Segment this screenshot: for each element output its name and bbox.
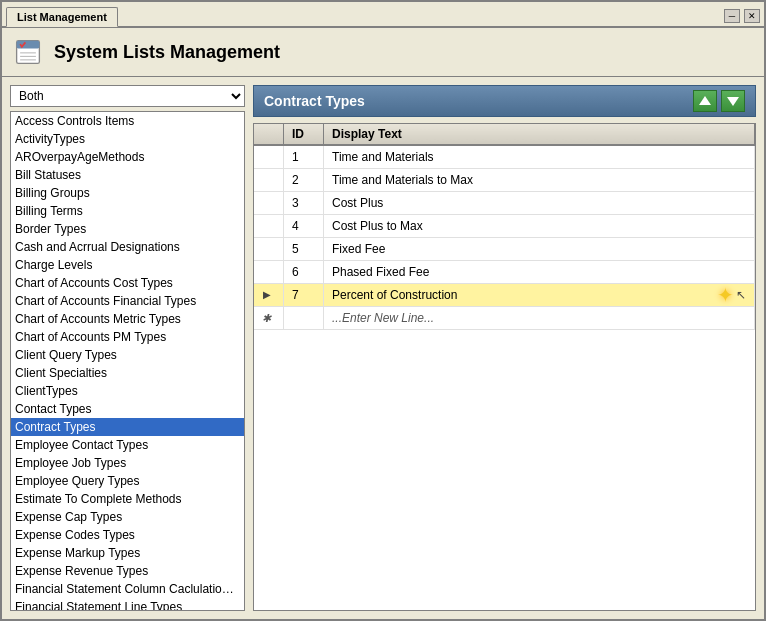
list-item[interactable]: AROverpayAgeMethods	[11, 148, 244, 166]
new-line-indicator: ✱	[254, 307, 284, 330]
up-arrow-icon	[698, 94, 712, 108]
list-item[interactable]: Cash and Acrrual Designations	[11, 238, 244, 256]
list-item[interactable]: Estimate To Complete Methods	[11, 490, 244, 508]
move-up-button[interactable]	[693, 90, 717, 112]
list-item[interactable]: Billing Terms	[11, 202, 244, 220]
data-table: ID Display Text 1 Time and Materials 2	[254, 124, 755, 330]
list-item[interactable]: ActivityTypes	[11, 130, 244, 148]
row-indicator	[254, 169, 284, 192]
left-panel: Both System User Access Controls Items A…	[10, 85, 245, 611]
header-area: System Lists Management	[2, 28, 764, 77]
row-indicator	[254, 145, 284, 169]
list-item[interactable]: Expense Revenue Types	[11, 562, 244, 580]
list-item[interactable]: Financial Statement Column Caclulation T…	[11, 580, 244, 598]
list-item[interactable]: Expense Cap Types	[11, 508, 244, 526]
row-display-text[interactable]: Time and Materials	[324, 145, 755, 169]
list-item[interactable]: Employee Query Types	[11, 472, 244, 490]
table-row-selected[interactable]: ▶ 7 Percent of Construction ✦ ↖	[254, 284, 755, 307]
row-display-text[interactable]: Percent of Construction ✦ ↖	[324, 284, 755, 307]
row-indicator	[254, 192, 284, 215]
right-panel: Contract Types	[253, 85, 756, 611]
list-item[interactable]: Expense Codes Types	[11, 526, 244, 544]
list-item[interactable]: Chart of Accounts Metric Types	[11, 310, 244, 328]
app-icon	[12, 36, 44, 68]
list-item[interactable]: Financial Statement Line Types	[11, 598, 244, 611]
panel-title: Contract Types	[264, 93, 365, 109]
list-item[interactable]: Access Controls Items	[11, 112, 244, 130]
display-text-col-header: Display Text	[324, 124, 755, 145]
list-item[interactable]: Chart of Accounts Financial Types	[11, 292, 244, 310]
main-content: Both System User Access Controls Items A…	[2, 77, 764, 619]
table-row[interactable]: 6 Phased Fixed Fee	[254, 261, 755, 284]
panel-header: Contract Types	[253, 85, 756, 117]
row-id: 4	[284, 215, 324, 238]
table-row[interactable]: 5 Fixed Fee	[254, 238, 755, 261]
row-indicator: ▶	[254, 284, 284, 307]
main-window: List Management ─ ✕ System Lists Managem…	[0, 0, 766, 621]
indicator-col-header	[254, 124, 284, 145]
row-display-text[interactable]: Fixed Fee	[324, 238, 755, 261]
row-id: 2	[284, 169, 324, 192]
new-line-label[interactable]: ...Enter New Line...	[324, 307, 755, 330]
move-down-button[interactable]	[721, 90, 745, 112]
new-line-id	[284, 307, 324, 330]
list-item-selected[interactable]: Contract Types	[11, 418, 244, 436]
pin-button[interactable]: ─	[724, 9, 740, 23]
row-id: 7	[284, 284, 324, 307]
id-col-header: ID	[284, 124, 324, 145]
list-item[interactable]: Client Query Types	[11, 346, 244, 364]
page-title: System Lists Management	[54, 42, 280, 63]
svg-marker-6	[727, 97, 739, 106]
new-line-row[interactable]: ✱ ...Enter New Line...	[254, 307, 755, 330]
row-display-text[interactable]: Phased Fixed Fee	[324, 261, 755, 284]
list-item[interactable]: ClientTypes	[11, 382, 244, 400]
list-item[interactable]: Expense Markup Types	[11, 544, 244, 562]
list-item[interactable]: Contact Types	[11, 400, 244, 418]
table-container[interactable]: ID Display Text 1 Time and Materials 2	[253, 123, 756, 611]
table-row[interactable]: 1 Time and Materials	[254, 145, 755, 169]
list-item[interactable]: Bill Statuses	[11, 166, 244, 184]
table-row[interactable]: 4 Cost Plus to Max	[254, 215, 755, 238]
list-item[interactable]: Client Specialties	[11, 364, 244, 382]
table-row[interactable]: 3 Cost Plus	[254, 192, 755, 215]
list-item[interactable]: Billing Groups	[11, 184, 244, 202]
tab-bar: List Management ─ ✕	[2, 2, 764, 28]
filter-dropdown[interactable]: Both System User	[10, 85, 245, 107]
list-container[interactable]: Access Controls Items ActivityTypes AROv…	[10, 111, 245, 611]
list-item[interactable]: Charge Levels	[11, 256, 244, 274]
row-indicator	[254, 215, 284, 238]
close-button[interactable]: ✕	[744, 9, 760, 23]
row-indicator	[254, 261, 284, 284]
row-display-text[interactable]: Cost Plus to Max	[324, 215, 755, 238]
row-id: 5	[284, 238, 324, 261]
panel-buttons	[693, 90, 745, 112]
row-display-text[interactable]: Time and Materials to Max	[324, 169, 755, 192]
tab-list-management[interactable]: List Management	[6, 7, 118, 27]
row-id: 3	[284, 192, 324, 215]
row-id: 1	[284, 145, 324, 169]
table-row[interactable]: 2 Time and Materials to Max	[254, 169, 755, 192]
svg-marker-5	[699, 96, 711, 105]
list-item[interactable]: Employee Contact Types	[11, 436, 244, 454]
down-arrow-icon	[726, 94, 740, 108]
list-item[interactable]: Chart of Accounts Cost Types	[11, 274, 244, 292]
row-indicator	[254, 238, 284, 261]
list-item[interactable]: Employee Job Types	[11, 454, 244, 472]
row-id: 6	[284, 261, 324, 284]
list-item[interactable]: Border Types	[11, 220, 244, 238]
list-item[interactable]: Chart of Accounts PM Types	[11, 328, 244, 346]
row-display-text[interactable]: Cost Plus	[324, 192, 755, 215]
